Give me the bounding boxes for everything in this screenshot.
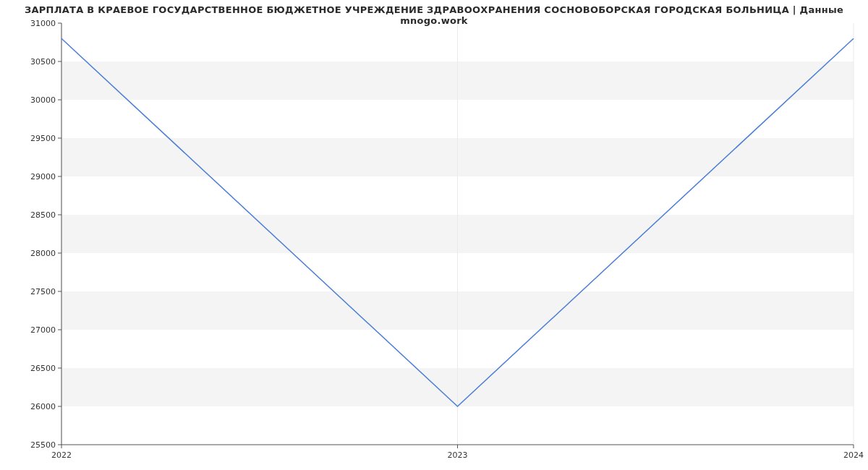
y-tick-label: 26000: [30, 402, 56, 411]
x-tick-label: 2024: [843, 450, 864, 460]
y-tick-label: 28000: [30, 249, 56, 258]
y-tick-label: 30000: [30, 95, 56, 105]
y-tick-label: 29500: [30, 134, 56, 143]
x-tick-label: 2023: [448, 450, 468, 460]
chart-title: ЗАРПЛАТА В КРАЕВОЕ ГОСУДАРСТВЕННОЕ БЮДЖЕ…: [0, 4, 868, 26]
line-chart: 2550026000265002700027500280002850029000…: [0, 0, 868, 470]
x-tick-label: 2022: [51, 450, 72, 460]
y-tick-label: 29000: [30, 172, 56, 181]
y-tick-label: 26500: [30, 364, 56, 373]
y-tick-label: 27000: [30, 325, 56, 335]
y-tick-label: 25500: [30, 440, 56, 450]
y-tick-label: 30500: [30, 57, 56, 67]
y-tick-label: 28500: [30, 210, 56, 220]
chart-container: ЗАРПЛАТА В КРАЕВОЕ ГОСУДАРСТВЕННОЕ БЮДЖЕ…: [0, 0, 868, 470]
y-tick-label: 27500: [30, 287, 56, 296]
